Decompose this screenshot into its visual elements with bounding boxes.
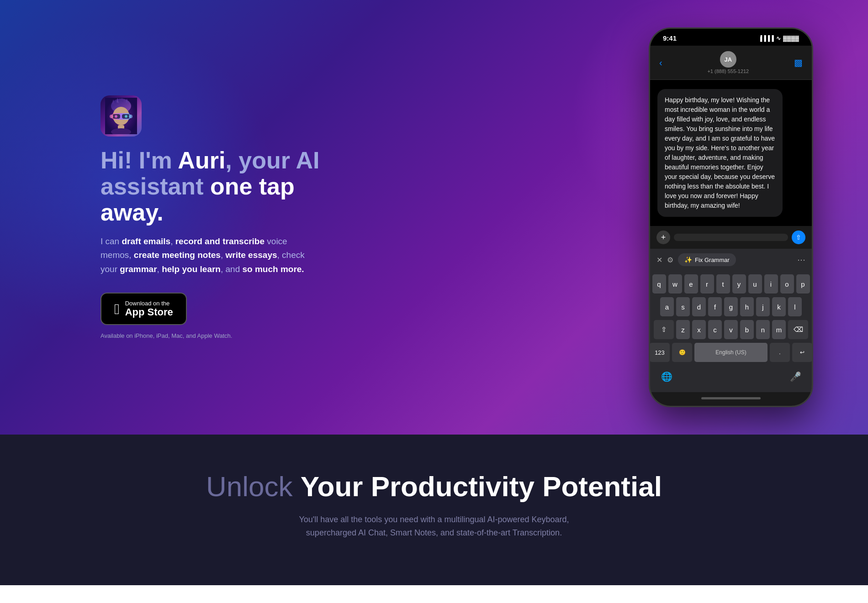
availability-text: Available on iPhone, iPad, Mac, and Appl… — [101, 332, 356, 339]
wand-icon: ✨ — [684, 256, 692, 263]
appstore-text: Download on the App Store — [125, 300, 173, 318]
key-i[interactable]: i — [764, 274, 778, 294]
bottom-section: Unlock Your Productivity Potential You'l… — [0, 435, 868, 585]
key-h[interactable]: h — [740, 297, 754, 316]
keyboard-row-4: 123 🙂 English (US) . ↩ — [653, 343, 809, 362]
message-bubble: Happy birthday, my love! Wishing the mos… — [657, 89, 783, 217]
key-s[interactable]: s — [676, 297, 690, 316]
ai-toolbar: ✕ ⚙ ✨ Fix Grammar ⋯ — [650, 249, 812, 271]
appstore-small-label: Download on the — [125, 300, 173, 307]
appstore-button[interactable]:  Download on the App Store — [101, 293, 187, 325]
status-icons: ▐▐▐▐ ∿ ▓▓▓▓ — [758, 35, 799, 42]
key-b[interactable]: b — [740, 320, 754, 339]
key-period[interactable]: . — [770, 343, 790, 362]
key-backspace[interactable]: ⌫ — [788, 320, 808, 339]
app-icon — [101, 95, 142, 136]
hero-subtitle: I can draft emails, record and transcrib… — [101, 235, 356, 276]
key-l[interactable]: l — [788, 297, 802, 316]
key-k[interactable]: k — [772, 297, 786, 316]
add-attachment-button[interactable]: + — [656, 231, 670, 244]
phone-frame: 9:41 ▐▐▐▐ ∿ ▓▓▓▓ ‹ JA +1 (888) 555-1212 — [649, 27, 813, 407]
appstore-large-label: App Store — [125, 307, 173, 318]
keyboard: q w e r t y u i o p a s — [650, 271, 812, 392]
key-u[interactable]: u — [748, 274, 762, 294]
hero-title: Hi! I'm Auri, your AI assistant one tap … — [101, 147, 356, 226]
key-j[interactable]: j — [756, 297, 770, 316]
imessage-header: ‹ JA +1 (888) 555-1212 ▩ — [650, 46, 812, 80]
contact-info: JA +1 (888) 555-1212 — [707, 51, 749, 74]
key-return[interactable]: ↩ — [792, 343, 812, 362]
hero-left-content: Hi! I'm Auri, your AI assistant one tap … — [101, 95, 356, 340]
keyboard-row-2: a s d f g h j k l — [653, 297, 809, 316]
fix-grammar-label: Fix Grammar — [695, 257, 730, 263]
ai-toolbar-gear-icon[interactable]: ⚙ — [667, 256, 673, 264]
key-t[interactable]: t — [716, 274, 730, 294]
svg-point-10 — [115, 115, 117, 118]
apple-icon:  — [114, 302, 120, 316]
more-options-icon[interactable]: ⋯ — [797, 255, 805, 265]
contact-number: +1 (888) 555-1212 — [707, 68, 749, 74]
fix-grammar-button[interactable]: ✨ Fix Grammar — [678, 253, 736, 266]
key-r[interactable]: r — [700, 274, 714, 294]
key-f[interactable]: f — [708, 297, 722, 316]
video-call-icon[interactable]: ▩ — [794, 57, 803, 68]
send-button[interactable]: ⇧ — [792, 231, 805, 244]
key-numbers[interactable]: 123 — [650, 343, 670, 362]
key-x[interactable]: x — [692, 320, 706, 339]
svg-point-15 — [129, 115, 132, 118]
key-w[interactable]: w — [668, 274, 682, 294]
home-indicator — [701, 397, 761, 399]
key-g[interactable]: g — [724, 297, 738, 316]
phone-mockup: 9:41 ▐▐▐▐ ∿ ▓▓▓▓ ‹ JA +1 (888) 555-1212 — [649, 27, 813, 407]
phone-wrapper: 9:41 ▐▐▐▐ ∿ ▓▓▓▓ ‹ JA +1 (888) 555-1212 — [649, 27, 813, 407]
battery-icon: ▓▓▓▓ — [783, 35, 799, 42]
unlock-title: Unlock Your Productivity Potential — [91, 471, 777, 502]
key-m[interactable]: m — [772, 320, 786, 339]
message-body: Happy birthday, my love! Wishing the mos… — [650, 80, 812, 226]
key-v[interactable]: v — [724, 320, 738, 339]
microphone-icon[interactable]: 🎤 — [786, 367, 804, 386]
ai-toolbar-close-icon[interactable]: ✕ — [656, 256, 662, 264]
phone-notch — [701, 29, 761, 45]
signal-icon: ▐▐▐▐ — [758, 35, 774, 42]
unlock-subtitle: You'll have all the tools you need with … — [274, 513, 594, 540]
message-text: Happy birthday, my love! Wishing the mos… — [665, 96, 775, 209]
key-z[interactable]: z — [676, 320, 690, 339]
keyboard-row-3: ⇧ z x c v b n m ⌫ — [653, 320, 809, 339]
svg-point-14 — [110, 115, 113, 118]
key-p[interactable]: p — [796, 274, 810, 294]
home-bar — [650, 392, 812, 406]
key-y[interactable]: y — [732, 274, 746, 294]
key-d[interactable]: d — [692, 297, 706, 316]
keyboard-bottom-row: 🌐 🎤 — [653, 366, 809, 390]
wifi-icon: ∿ — [776, 35, 781, 42]
key-q[interactable]: q — [652, 274, 666, 294]
key-emoji[interactable]: 🙂 — [672, 343, 692, 362]
key-a[interactable]: a — [660, 297, 674, 316]
key-space[interactable]: English (US) — [694, 343, 767, 362]
hero-section: Hi! I'm Auri, your AI assistant one tap … — [0, 0, 868, 435]
app-icon-svg — [105, 98, 137, 134]
keyboard-row-1: q w e r t y u i o p — [653, 274, 809, 294]
contact-avatar: JA — [720, 51, 736, 68]
key-e[interactable]: e — [684, 274, 698, 294]
status-time: 9:41 — [663, 34, 677, 42]
message-input-field[interactable] — [674, 234, 788, 241]
back-button[interactable]: ‹ — [659, 58, 662, 68]
message-input-row: + ⇧ — [650, 226, 812, 249]
key-c[interactable]: c — [708, 320, 722, 339]
key-n[interactable]: n — [756, 320, 770, 339]
key-o[interactable]: o — [780, 274, 794, 294]
globe-icon[interactable]: 🌐 — [657, 367, 676, 386]
key-shift[interactable]: ⇧ — [654, 320, 674, 339]
svg-point-11 — [125, 115, 127, 118]
